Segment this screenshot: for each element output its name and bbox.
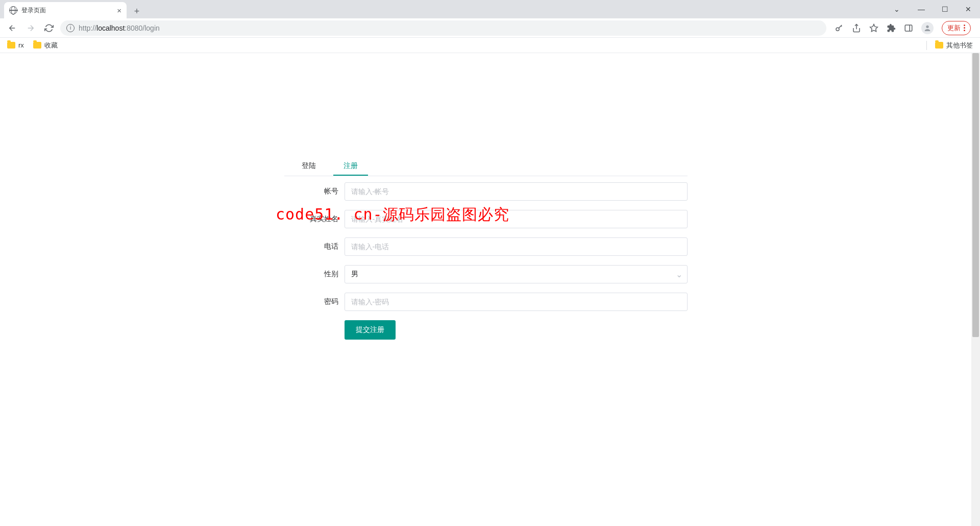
browser-tab[interactable]: 登录页面 × [4,2,127,18]
address-bar: i http://localhost:8080/login 更新 [0,18,980,38]
close-window-button[interactable]: ✕ [957,0,980,18]
phone-label: 电话 [284,242,345,251]
side-panel-icon[interactable] [904,23,913,33]
password-key-icon[interactable] [835,23,844,33]
vertical-scrollbar[interactable] [971,53,980,526]
scrollbar-thumb[interactable] [972,53,979,337]
auth-tabs: 登陆 注册 [284,155,688,176]
share-icon[interactable] [852,23,861,33]
register-form: 帐号 真实姓名 电话 性别 ⌄ 密码 提交注册 [284,176,688,340]
account-label: 帐号 [284,187,345,196]
menu-dots-icon [964,25,965,31]
url-input[interactable]: i http://localhost:8080/login [60,20,826,36]
browser-chrome: 登录页面 × + ⌄ — ☐ ✕ i http://localhost:8080… [0,0,980,53]
minimize-button[interactable]: — [910,0,933,18]
folder-icon [33,42,41,49]
password-label: 密码 [284,297,345,306]
realname-input[interactable] [345,210,688,228]
url-text: http://localhost:8080/login [79,24,160,32]
gender-label: 性别 [284,270,345,279]
forward-button[interactable] [23,21,38,35]
profile-avatar[interactable] [921,22,934,34]
bookmark-item[interactable]: rx [7,41,24,49]
tab-strip: 登录页面 × + ⌄ — ☐ ✕ [0,0,980,18]
svg-marker-1 [870,24,878,31]
reload-button[interactable] [42,21,56,35]
phone-input[interactable] [345,237,688,256]
folder-icon [7,42,15,49]
tab-title: 登录页面 [21,6,46,15]
bookmarks-bar: rx 收藏 其他书签 [0,38,980,53]
toolbar-icons: 更新 [830,21,975,35]
password-input[interactable] [345,293,688,311]
update-label: 更新 [947,23,961,33]
svg-rect-2 [905,25,912,31]
account-input[interactable] [345,182,688,201]
update-button[interactable]: 更新 [942,21,971,35]
page-content: 登陆 注册 帐号 真实姓名 电话 性别 ⌄ [0,53,971,526]
form-row-realname: 真实姓名 [284,210,688,228]
bookmark-label: rx [18,41,24,49]
window-controls: ⌄ — ☐ ✕ [885,0,980,18]
folder-icon [935,42,943,49]
svg-point-0 [836,28,839,31]
back-button[interactable] [5,21,19,35]
submit-register-button[interactable]: 提交注册 [345,320,396,340]
tab-register[interactable]: 注册 [333,155,368,176]
globe-icon [9,6,17,14]
new-tab-button[interactable]: + [130,4,144,18]
form-row-password: 密码 [284,293,688,311]
form-row-account: 帐号 [284,182,688,201]
bookmark-label: 收藏 [44,41,58,50]
extensions-icon[interactable] [887,23,896,33]
tab-login[interactable]: 登陆 [284,155,333,176]
site-info-icon[interactable]: i [66,24,75,32]
auth-panel: 登陆 注册 帐号 真实姓名 电话 性别 ⌄ [284,155,688,340]
form-row-gender: 性别 ⌄ [284,265,688,283]
gender-select[interactable] [345,265,688,283]
bookmark-label: 其他书签 [946,41,973,50]
maximize-button[interactable]: ☐ [933,0,957,18]
tab-search-icon[interactable]: ⌄ [885,0,909,18]
other-bookmarks[interactable]: 其他书签 [926,41,973,50]
close-tab-icon[interactable]: × [117,7,121,14]
form-row-phone: 电话 [284,237,688,256]
svg-point-4 [926,25,928,28]
bookmark-star-icon[interactable] [869,23,878,33]
realname-label: 真实姓名 [284,214,345,224]
bookmark-item[interactable]: 收藏 [33,41,58,50]
